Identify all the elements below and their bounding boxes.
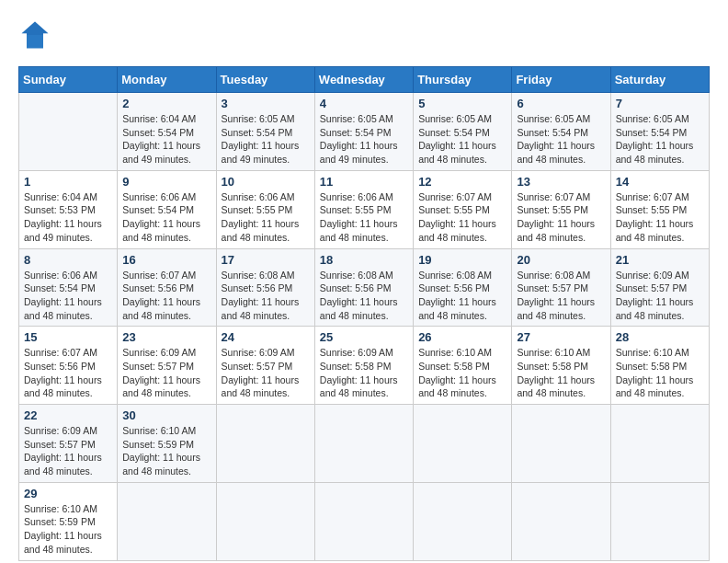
day-number: 29 (24, 487, 112, 500)
day-number: 8 (24, 253, 112, 267)
day-number: 23 (122, 330, 210, 344)
calendar-day-cell: 19Sunrise: 6:08 AM Sunset: 5:56 PM Dayli… (414, 248, 512, 327)
calendar-day-cell: 18Sunrise: 6:08 AM Sunset: 5:56 PM Dayli… (314, 248, 413, 327)
day-info: Sunrise: 6:07 AM Sunset: 5:55 PM Dayligh… (616, 190, 704, 245)
calendar-day-cell (19, 93, 118, 171)
calendar-day-cell (314, 482, 413, 560)
day-info: Sunrise: 6:10 AM Sunset: 5:58 PM Dayligh… (616, 346, 704, 400)
day-number: 3 (222, 97, 310, 110)
logo (18, 18, 55, 52)
day-info: Sunrise: 6:08 AM Sunset: 5:56 PM Dayligh… (320, 269, 408, 323)
day-info: Sunrise: 6:05 AM Sunset: 5:54 PM Dayligh… (517, 112, 605, 167)
calendar-day-cell: 28Sunrise: 6:10 AM Sunset: 5:58 PM Dayli… (610, 327, 709, 405)
logo-icon (18, 18, 51, 52)
calendar-day-cell (414, 405, 512, 483)
day-of-week-header: Saturday (610, 67, 709, 93)
calendar-day-cell: 16Sunrise: 6:07 AM Sunset: 5:56 PM Dayli… (118, 248, 216, 327)
day-number: 4 (320, 97, 408, 110)
calendar-day-cell: 4Sunrise: 6:05 AM Sunset: 5:54 PM Daylig… (314, 93, 413, 171)
day-info: Sunrise: 6:08 AM Sunset: 5:56 PM Dayligh… (418, 269, 506, 323)
calendar-day-cell: 26Sunrise: 6:10 AM Sunset: 5:58 PM Dayli… (414, 327, 512, 405)
calendar-day-cell (610, 482, 709, 560)
day-of-week-header: Sunday (19, 67, 118, 93)
calendar-day-cell: 10Sunrise: 6:06 AM Sunset: 5:55 PM Dayli… (216, 170, 314, 248)
calendar-day-cell: 23Sunrise: 6:09 AM Sunset: 5:57 PM Dayli… (118, 327, 216, 405)
day-number: 2 (122, 97, 210, 110)
day-info: Sunrise: 6:04 AM Sunset: 5:53 PM Dayligh… (24, 190, 112, 245)
day-number: 1 (24, 175, 112, 189)
calendar-day-cell: 15Sunrise: 6:07 AM Sunset: 5:56 PM Dayli… (19, 327, 118, 405)
day-number: 16 (122, 253, 210, 267)
day-info: Sunrise: 6:09 AM Sunset: 5:58 PM Dayligh… (320, 346, 408, 400)
calendar-day-cell: 11Sunrise: 6:06 AM Sunset: 5:55 PM Dayli… (314, 170, 413, 248)
day-of-week-header: Tuesday (216, 67, 314, 93)
day-info: Sunrise: 6:06 AM Sunset: 5:55 PM Dayligh… (320, 190, 408, 245)
day-number: 11 (320, 175, 408, 189)
day-info: Sunrise: 6:09 AM Sunset: 5:57 PM Dayligh… (222, 346, 310, 400)
day-info: Sunrise: 6:07 AM Sunset: 5:55 PM Dayligh… (517, 190, 605, 245)
day-number: 13 (517, 175, 605, 189)
calendar-day-cell: 24Sunrise: 6:09 AM Sunset: 5:57 PM Dayli… (216, 327, 314, 405)
calendar-day-cell (512, 482, 610, 560)
day-number: 20 (517, 253, 605, 267)
day-number: 25 (320, 330, 408, 344)
calendar-day-cell: 8Sunrise: 6:06 AM Sunset: 5:54 PM Daylig… (19, 248, 118, 327)
day-number: 15 (24, 330, 112, 344)
day-info: Sunrise: 6:08 AM Sunset: 5:56 PM Dayligh… (222, 269, 310, 323)
day-info: Sunrise: 6:05 AM Sunset: 5:54 PM Dayligh… (418, 112, 506, 167)
day-number: 6 (517, 97, 605, 110)
calendar-week-row: 22Sunrise: 6:09 AM Sunset: 5:57 PM Dayli… (19, 405, 710, 483)
calendar-day-cell: 9Sunrise: 6:06 AM Sunset: 5:54 PM Daylig… (118, 170, 216, 248)
calendar-week-row: 29Sunrise: 6:10 AM Sunset: 5:59 PM Dayli… (19, 482, 710, 560)
calendar-day-cell (216, 482, 314, 560)
calendar-day-cell: 6Sunrise: 6:05 AM Sunset: 5:54 PM Daylig… (512, 93, 610, 171)
day-info: Sunrise: 6:06 AM Sunset: 5:54 PM Dayligh… (122, 190, 210, 245)
calendar-week-row: 15Sunrise: 6:07 AM Sunset: 5:56 PM Dayli… (19, 327, 710, 405)
calendar-day-cell: 14Sunrise: 6:07 AM Sunset: 5:55 PM Dayli… (610, 170, 709, 248)
day-info: Sunrise: 6:04 AM Sunset: 5:54 PM Dayligh… (122, 112, 210, 167)
calendar-day-cell: 17Sunrise: 6:08 AM Sunset: 5:56 PM Dayli… (216, 248, 314, 327)
day-info: Sunrise: 6:05 AM Sunset: 5:54 PM Dayligh… (222, 112, 310, 167)
calendar-table: SundayMondayTuesdayWednesdayThursdayFrid… (18, 66, 710, 561)
day-number: 22 (24, 408, 112, 422)
day-number: 26 (418, 330, 506, 344)
day-number: 9 (122, 175, 210, 189)
day-info: Sunrise: 6:07 AM Sunset: 5:55 PM Dayligh… (418, 190, 506, 245)
calendar-day-cell: 29Sunrise: 6:10 AM Sunset: 5:59 PM Dayli… (19, 482, 118, 560)
calendar-day-cell: 1Sunrise: 6:04 AM Sunset: 5:53 PM Daylig… (19, 170, 118, 248)
day-number: 5 (418, 97, 506, 110)
day-number: 12 (418, 175, 506, 189)
day-info: Sunrise: 6:05 AM Sunset: 5:54 PM Dayligh… (616, 112, 704, 167)
day-info: Sunrise: 6:09 AM Sunset: 5:57 PM Dayligh… (122, 346, 210, 400)
calendar-day-cell: 25Sunrise: 6:09 AM Sunset: 5:58 PM Dayli… (314, 327, 413, 405)
day-of-week-header: Thursday (414, 67, 512, 93)
day-number: 28 (616, 330, 704, 344)
calendar-day-cell (216, 405, 314, 483)
calendar-day-cell: 5Sunrise: 6:05 AM Sunset: 5:54 PM Daylig… (414, 93, 512, 171)
calendar-day-cell (118, 482, 216, 560)
calendar-day-cell: 7Sunrise: 6:05 AM Sunset: 5:54 PM Daylig… (610, 93, 709, 171)
calendar-day-cell: 21Sunrise: 6:09 AM Sunset: 5:57 PM Dayli… (610, 248, 709, 327)
day-info: Sunrise: 6:08 AM Sunset: 5:57 PM Dayligh… (517, 269, 605, 323)
day-number: 18 (320, 253, 408, 267)
calendar-day-cell: 27Sunrise: 6:10 AM Sunset: 5:58 PM Dayli… (512, 327, 610, 405)
calendar-day-cell: 20Sunrise: 6:08 AM Sunset: 5:57 PM Dayli… (512, 248, 610, 327)
calendar-week-row: 1Sunrise: 6:04 AM Sunset: 5:53 PM Daylig… (19, 170, 710, 248)
day-number: 21 (616, 253, 704, 267)
calendar-day-cell: 30Sunrise: 6:10 AM Sunset: 5:59 PM Dayli… (118, 405, 216, 483)
calendar-week-row: 2Sunrise: 6:04 AM Sunset: 5:54 PM Daylig… (19, 93, 710, 171)
day-of-week-header: Monday (118, 67, 216, 93)
day-info: Sunrise: 6:07 AM Sunset: 5:56 PM Dayligh… (24, 346, 112, 400)
day-number: 14 (616, 175, 704, 189)
calendar-header: SundayMondayTuesdayWednesdayThursdayFrid… (19, 67, 710, 93)
calendar-day-cell (314, 405, 413, 483)
calendar-day-cell (610, 405, 709, 483)
day-info: Sunrise: 6:06 AM Sunset: 5:54 PM Dayligh… (24, 269, 112, 323)
day-number: 10 (222, 175, 310, 189)
day-number: 19 (418, 253, 506, 267)
calendar-day-cell: 22Sunrise: 6:09 AM Sunset: 5:57 PM Dayli… (19, 405, 118, 483)
day-number: 27 (517, 330, 605, 344)
calendar-day-cell (512, 405, 610, 483)
day-info: Sunrise: 6:05 AM Sunset: 5:54 PM Dayligh… (320, 112, 408, 167)
day-info: Sunrise: 6:06 AM Sunset: 5:55 PM Dayligh… (222, 190, 310, 245)
